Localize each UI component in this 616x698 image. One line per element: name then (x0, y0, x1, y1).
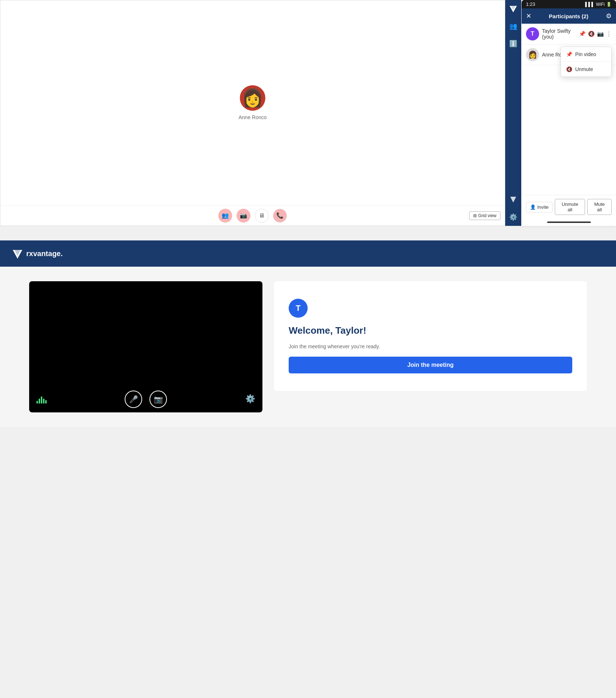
mobile-header: ✕ Participants (2) ⚙ (522, 8, 616, 24)
unmute-menu-item[interactable]: 🔇 Unmute (561, 62, 611, 77)
web-content: 🎤 📷 ⚙️ T Welcome, Taylor! Join the meeti… (0, 267, 616, 427)
wifi-icon: WiFi (596, 2, 605, 7)
home-bar (547, 221, 591, 223)
pin-menu-icon: 📌 (566, 51, 572, 57)
invite-label: Invite (537, 204, 549, 210)
home-indicator (522, 219, 616, 226)
mobile-time: 1:23 (526, 1, 535, 7)
unmute-all-label: Unmute all (562, 201, 578, 212)
video-area: 👩 Anne Ronco 👥 📷 🖥 📞 ⊞ Grid view (0, 0, 505, 226)
camera-button[interactable]: 📷 (149, 391, 167, 408)
pin-icon-taylor[interactable]: 📌 (579, 31, 586, 37)
mobile-participants-panel: 1:23 ▌▌▌ WiFi 🔋 ✕ Participants (2) ⚙ T T… (521, 0, 616, 226)
join-meeting-button[interactable]: Join the meeting (289, 357, 572, 373)
participant-controls-taylor: 📌 🔇 📷 ⋮ (579, 31, 612, 37)
video-bottom-controls: 🎤 📷 (29, 386, 262, 412)
mobile-status-icons: ▌▌▌ WiFi 🔋 (585, 2, 612, 7)
info-sidebar-icon[interactable]: ℹ️ (507, 38, 519, 50)
mobile-bottom-controls: 👤 Invite Unmute all Mute all (522, 195, 616, 219)
mute-all-button[interactable]: Mute all (587, 199, 612, 215)
logo-text: rxvantage. (26, 250, 63, 258)
panel-title: Participants (2) (534, 13, 603, 19)
microphone-button[interactable]: 🎤 (125, 391, 142, 408)
main-participant-avatar: 👩 (240, 85, 265, 111)
invite-icon: 👤 (530, 204, 536, 210)
rxvantage-web-section: rxvantage. 🎤 📷 ⚙️ T (0, 240, 616, 427)
pin-video-label: Pin video (575, 51, 596, 57)
people-sidebar-icon[interactable]: 👥 (507, 20, 519, 32)
video-main: 👩 Anne Ronco (0, 0, 505, 205)
more-icon-taylor[interactable]: ⋮ (606, 31, 612, 37)
video-settings-button[interactable]: ⚙️ (245, 394, 255, 404)
main-participant-name: Anne Ronco (238, 114, 266, 120)
context-menu: 📌 Pin video 🔇 Unmute (561, 47, 612, 77)
video-call-section: 👩 Anne Ronco 👥 📷 🖥 📞 ⊞ Grid view 👥 ℹ️ (0, 0, 616, 226)
avatar-letter-join: T (296, 303, 300, 313)
settings-sidebar-icon[interactable]: ⚙️ (507, 211, 519, 223)
avatar-letter: T (531, 31, 534, 37)
grid-view-label: Grid view (478, 213, 496, 218)
video-controls-bar: 👥 📷 🖥 📞 ⊞ Grid view (0, 205, 505, 226)
mute-all-label: Mute all (594, 201, 605, 212)
rxvantage-header: rxvantage. (0, 240, 616, 267)
user-avatar: T (289, 299, 308, 318)
participant-avatar-taylor: T (526, 27, 539, 40)
welcome-text: Welcome, Taylor! (289, 325, 572, 336)
join-subtitle: Join the meeting whenever you're ready. (289, 344, 572, 349)
unmute-menu-icon: 🔇 (566, 66, 572, 72)
logo-sidebar-icon (507, 3, 519, 15)
settings-button[interactable]: ⚙ (606, 12, 612, 20)
mobile-status-bar: 1:23 ▌▌▌ WiFi 🔋 (522, 0, 616, 8)
unmute-label: Unmute (575, 66, 593, 72)
video-preview: 🎤 📷 ⚙️ (29, 281, 262, 412)
grid-icon: ⊞ (473, 213, 477, 218)
signal-icon: ▌▌▌ (585, 2, 594, 7)
unmute-all-button[interactable]: Unmute all (555, 199, 585, 215)
avatar-emoji-anne: 👩 (528, 50, 537, 59)
participants-button[interactable]: 👥 (218, 209, 232, 223)
battery-icon: 🔋 (606, 2, 612, 7)
invite-button[interactable]: 👤 Invite (526, 202, 553, 212)
join-card: T Welcome, Taylor! Join the meeting when… (274, 281, 587, 391)
screen-share-button[interactable]: 🖥 (255, 209, 269, 223)
video-sidebar: 👥 ℹ️ ⚙️ (505, 0, 521, 226)
mute-icon-taylor[interactable]: 🔇 (588, 31, 595, 37)
video-toggle-button[interactable]: 📷 (237, 209, 250, 223)
w-logo-bottom-icon (507, 194, 519, 205)
participant-avatar-anne: 👩 (526, 48, 539, 61)
close-button[interactable]: ✕ (526, 12, 531, 20)
end-call-button[interactable]: 📞 (273, 209, 287, 223)
rxvantage-logo: rxvantage. (12, 248, 63, 259)
video-off-icon-taylor[interactable]: 📷 (597, 31, 604, 37)
participant-name-taylor: Taylor Swifty (you) (542, 28, 576, 40)
grid-view-button[interactable]: ⊞ Grid view (469, 211, 500, 220)
pin-video-menu-item[interactable]: 📌 Pin video (561, 47, 611, 62)
participant-row: T Taylor Swifty (you) 📌 🔇 📷 ⋮ (522, 24, 616, 44)
avatar-emoji: 👩 (242, 89, 264, 107)
